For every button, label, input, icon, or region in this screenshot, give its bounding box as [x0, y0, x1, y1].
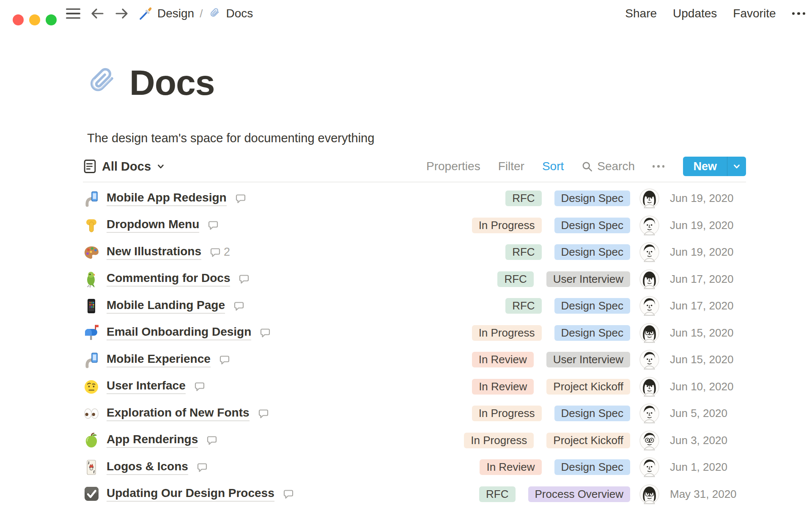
- edited-date: Jun 19, 2020: [670, 219, 746, 232]
- table-more-options-icon[interactable]: [653, 165, 665, 168]
- status-badge[interactable]: In Progress: [472, 218, 542, 233]
- doc-title-link[interactable]: Mobile App Redesign: [107, 191, 227, 206]
- comment-bubble-icon: [194, 381, 205, 392]
- status-badge[interactable]: In Progress: [472, 406, 542, 421]
- doc-title-link[interactable]: App Renderings: [107, 433, 198, 448]
- table-row: App Renderings In Progress Project Kicko…: [83, 427, 746, 454]
- search-button[interactable]: Search: [582, 160, 635, 173]
- comment-count[interactable]: [258, 408, 272, 419]
- type-badge[interactable]: Project Kickoff: [546, 379, 630, 395]
- zoom-window-button[interactable]: [46, 14, 57, 25]
- type-badge[interactable]: Design Spec: [554, 459, 630, 475]
- share-button[interactable]: Share: [625, 7, 657, 20]
- checkbox-emoji: [83, 486, 107, 502]
- eyes-emoji: [83, 405, 107, 422]
- status-badge[interactable]: RFC: [505, 298, 541, 314]
- status-badge[interactable]: RFC: [497, 271, 533, 287]
- page-subtitle: The design team's space for documenting …: [87, 131, 746, 145]
- type-badge[interactable]: Design Spec: [554, 218, 630, 233]
- status-badge[interactable]: In Review: [472, 379, 534, 395]
- joker-card-emoji: [83, 459, 107, 476]
- comment-count[interactable]: 2: [210, 246, 230, 259]
- sidebar-menu-icon[interactable]: [66, 8, 80, 19]
- type-badge[interactable]: Design Spec: [554, 190, 630, 206]
- filter-button[interactable]: Filter: [498, 160, 524, 173]
- doc-title-link[interactable]: New Illustrations: [107, 245, 201, 260]
- avatar-man: [630, 215, 670, 235]
- docs-table: Mobile App Redesign RFC Design Spec Jun …: [83, 182, 746, 508]
- doc-title-link[interactable]: User Interface: [107, 379, 186, 394]
- type-badge[interactable]: Project Kickoff: [546, 433, 630, 448]
- favorite-button[interactable]: Favorite: [733, 7, 776, 20]
- table-row: Dropdown Menu In Progress Design Spec Ju…: [83, 212, 746, 239]
- search-label: Search: [597, 160, 635, 173]
- comment-bubble-icon: [219, 354, 230, 365]
- comment-count[interactable]: [208, 220, 222, 231]
- close-window-button[interactable]: [13, 14, 24, 25]
- page-icon-paperclip[interactable]: [84, 65, 118, 100]
- comment-count[interactable]: [197, 462, 211, 473]
- doc-title-link[interactable]: Mobile Experience: [107, 352, 211, 367]
- back-arrow-icon[interactable]: [90, 7, 105, 20]
- status-badge[interactable]: RFC: [505, 244, 541, 260]
- status-badge[interactable]: In Progress: [472, 325, 542, 341]
- comment-bubble-icon: [260, 327, 271, 338]
- comment-bubble-icon: [258, 408, 269, 419]
- minimize-window-button[interactable]: [29, 14, 40, 25]
- status-badge[interactable]: RFC: [479, 486, 515, 502]
- view-switcher[interactable]: All Docs: [83, 159, 165, 174]
- breadcrumb-item-docs[interactable]: Docs: [208, 7, 253, 20]
- page-title: Docs: [129, 65, 214, 100]
- comment-bubble-icon: [239, 273, 250, 284]
- comment-count[interactable]: [219, 354, 233, 365]
- comment-count-value: 2: [224, 246, 230, 259]
- type-badge[interactable]: Design Spec: [554, 325, 630, 341]
- status-badge[interactable]: RFC: [505, 190, 541, 206]
- new-button-dropdown[interactable]: [727, 157, 746, 176]
- properties-button[interactable]: Properties: [426, 160, 480, 173]
- updates-button[interactable]: Updates: [673, 7, 717, 20]
- sort-button[interactable]: Sort: [542, 160, 564, 173]
- type-badge[interactable]: User Interview: [546, 271, 630, 287]
- comment-count[interactable]: [283, 489, 297, 500]
- palette-emoji: [83, 244, 107, 261]
- comment-count[interactable]: [233, 301, 247, 312]
- edited-date: Jun 15, 2020: [670, 326, 746, 340]
- comment-count[interactable]: [194, 381, 208, 392]
- more-options-icon[interactable]: [792, 12, 806, 15]
- breadcrumb-label: Design: [157, 7, 194, 20]
- new-button-label[interactable]: New: [683, 157, 727, 176]
- type-badge[interactable]: User Interview: [546, 352, 630, 367]
- comment-bubble-icon: [210, 247, 221, 258]
- doc-title-link[interactable]: Updating Our Design Process: [107, 486, 274, 502]
- new-button[interactable]: New: [683, 157, 746, 176]
- comment-count[interactable]: [235, 193, 249, 204]
- type-badge[interactable]: Design Spec: [554, 244, 630, 260]
- comment-count[interactable]: [239, 273, 252, 284]
- status-badge[interactable]: In Progress: [464, 433, 534, 448]
- doc-title-link[interactable]: Mobile Landing Page: [107, 298, 225, 314]
- doc-title-link[interactable]: Email Onboarding Design: [107, 325, 251, 340]
- doc-title-link[interactable]: Logos & Icons: [107, 460, 188, 475]
- doc-title-link[interactable]: Dropdown Menu: [107, 218, 199, 233]
- doc-title-link[interactable]: Exploration of New Fonts: [107, 406, 250, 421]
- breadcrumb: Design / Docs: [139, 0, 253, 27]
- chevron-down-icon: [732, 162, 741, 171]
- raised-eyebrow-emoji: [83, 378, 107, 395]
- breadcrumb-item-design[interactable]: Design: [139, 7, 194, 20]
- status-badge[interactable]: In Review: [480, 459, 541, 475]
- forward-arrow-icon[interactable]: [114, 7, 129, 20]
- type-badge[interactable]: Design Spec: [554, 298, 630, 314]
- mailbox-emoji: [83, 324, 107, 341]
- comment-count[interactable]: [206, 435, 220, 446]
- comment-count[interactable]: [260, 327, 274, 338]
- type-badge[interactable]: Design Spec: [554, 406, 630, 421]
- paperclip-icon: [208, 7, 221, 20]
- doc-title-link[interactable]: Commenting for Docs: [107, 271, 230, 287]
- avatar-man: [630, 457, 670, 477]
- status-badge[interactable]: In Review: [472, 352, 534, 367]
- table-row: New Illustrations 2 RFC Design Spec Jun …: [83, 239, 746, 266]
- type-badge[interactable]: Process Overview: [528, 486, 631, 502]
- avatar-woman: [630, 188, 670, 208]
- table-row: Exploration of New Fonts In Progress Des…: [83, 400, 746, 427]
